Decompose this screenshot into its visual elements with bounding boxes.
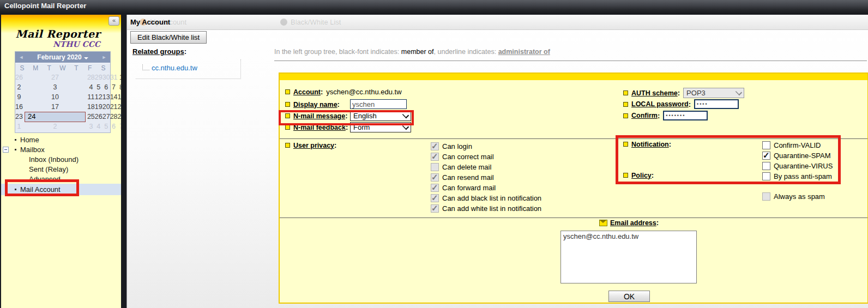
calendar-day[interactable]: 12 bbox=[95, 93, 103, 101]
checkbox-label: Can login bbox=[442, 142, 472, 150]
chevron-down-icon bbox=[84, 57, 88, 59]
calendar-day[interactable]: 1 bbox=[118, 73, 121, 82]
calendar-day[interactable]: 16 bbox=[15, 102, 23, 111]
sidebar-item-mailbox[interactable]: Mailbox bbox=[1, 144, 121, 154]
calendar-weekday-row: SMTWTFS bbox=[15, 63, 110, 73]
calendar-day[interactable]: 1 bbox=[15, 122, 23, 131]
calendar-day[interactable]: 19 bbox=[95, 102, 103, 111]
checkbox-row: Always as spam bbox=[762, 191, 825, 202]
sidebar-item-mail-account[interactable]: Mail Account bbox=[1, 184, 121, 195]
account-value: yschen@cc.nthu.edu.tw bbox=[326, 88, 401, 96]
field-bullet-icon bbox=[623, 173, 628, 178]
checkbox-row: By pass anti-spam bbox=[762, 171, 833, 182]
sidebar-item-home[interactable]: Home bbox=[1, 135, 121, 144]
calendar-day[interactable]: 4 bbox=[95, 122, 103, 131]
calendar-day-selected[interactable]: 24 bbox=[25, 112, 86, 122]
calendar-day[interactable]: 29 bbox=[118, 112, 121, 121]
checkbox-row: Can correct mail bbox=[431, 152, 541, 162]
bullet-icon bbox=[15, 149, 16, 150]
sidebar-item-sent-relay[interactable]: Sent (Relay) bbox=[1, 164, 121, 174]
calendar-day[interactable]: 31 bbox=[110, 73, 118, 82]
calendar-day[interactable]: 20 bbox=[103, 102, 110, 111]
calendar-next-icon[interactable]: ► bbox=[98, 55, 110, 60]
calendar-day[interactable]: 5 bbox=[95, 83, 103, 92]
checkbox-confirm-valid[interactable] bbox=[762, 141, 770, 149]
calendar-weekday-label: M bbox=[29, 64, 43, 72]
calendar-prev-icon[interactable]: ◄ bbox=[15, 55, 27, 60]
calendar-day[interactable]: 3 bbox=[87, 122, 95, 131]
form-panel-header-bar bbox=[280, 74, 867, 80]
nmail-feedback-label: N-mail feedback bbox=[293, 124, 346, 131]
checkbox-by-pass-anti-spam[interactable] bbox=[762, 172, 770, 180]
tab-black-white-list-ghost[interactable]: Black/White List bbox=[280, 18, 341, 26]
hint-member-of: member of bbox=[401, 48, 434, 56]
field-bullet-icon bbox=[285, 102, 290, 107]
calendar-weekday-label: S bbox=[15, 64, 29, 72]
collapse-minus-icon[interactable] bbox=[3, 147, 9, 153]
calendar-day[interactable]: 25 bbox=[87, 112, 95, 121]
ok-button[interactable]: OK bbox=[608, 291, 650, 302]
auth-scheme-select[interactable]: POP3 bbox=[683, 88, 744, 98]
calendar-day[interactable]: 11 bbox=[87, 93, 95, 101]
sidebar-item-advanced[interactable]: Advanced bbox=[1, 174, 121, 184]
group-link[interactable]: cc.nthu.edu.tw bbox=[152, 64, 197, 72]
calendar-month-selector[interactable]: February 2020 bbox=[27, 53, 98, 61]
calendar-day[interactable]: 13 bbox=[103, 93, 110, 101]
calendar-day[interactable]: 4 bbox=[87, 83, 95, 92]
display-name-input[interactable] bbox=[350, 99, 407, 109]
calendar-day[interactable]: 14 bbox=[110, 93, 118, 101]
calendar-day[interactable]: 9 bbox=[15, 93, 23, 101]
nmail-message-select[interactable]: English bbox=[350, 111, 411, 121]
calendar-day[interactable]: 23 bbox=[15, 112, 23, 121]
always-as-spam-row: Always as spam bbox=[762, 191, 825, 202]
calendar-day[interactable]: 7 bbox=[118, 122, 121, 131]
local-password-input[interactable]: •••• bbox=[694, 99, 739, 109]
calendar-day[interactable]: 26 bbox=[15, 73, 23, 82]
calendar-day[interactable]: 27 bbox=[103, 112, 110, 121]
checkbox-can-login bbox=[431, 142, 439, 150]
policy-row: Policy: bbox=[623, 171, 657, 179]
calendar-day[interactable]: 7 bbox=[110, 83, 118, 92]
checkbox-quarantine-spam[interactable] bbox=[762, 152, 770, 160]
checkbox-quarantine-virus[interactable] bbox=[762, 162, 770, 170]
calendar-day[interactable]: 26 bbox=[95, 112, 103, 121]
calendar-day[interactable]: 6 bbox=[103, 83, 110, 92]
email-address-label: Email address bbox=[610, 219, 656, 227]
bullet-icon bbox=[15, 189, 16, 190]
calendar-day[interactable]: 2 bbox=[15, 83, 23, 92]
calendar-day[interactable]: 15 bbox=[118, 93, 121, 101]
email-address-row: Email address: bbox=[599, 219, 662, 227]
app-logo-subtitle: NTHU CCC bbox=[53, 40, 100, 49]
calendar-day[interactable]: 3 bbox=[23, 83, 87, 92]
calendar-day[interactable]: 18 bbox=[87, 102, 95, 111]
calendar-day[interactable]: 5 bbox=[103, 122, 110, 131]
edit-black-white-list-button[interactable]: Edit Black/White list bbox=[130, 31, 207, 44]
main-panel: My Account Black/White List My Account E… bbox=[126, 15, 868, 308]
notification-label: Notification bbox=[631, 141, 669, 148]
calendar-day[interactable]: 30 bbox=[103, 73, 110, 82]
field-bullet-icon bbox=[623, 142, 628, 147]
calendar-day[interactable]: 2 bbox=[23, 122, 87, 131]
calendar-day[interactable]: 29 bbox=[95, 73, 103, 82]
user-privacy-label: User privacy bbox=[293, 142, 334, 149]
checkbox-row: Can login bbox=[431, 141, 541, 152]
confirm-password-input[interactable]: ••••••• bbox=[663, 111, 708, 120]
calendar-day[interactable]: 22 bbox=[118, 102, 121, 111]
email-address-textarea[interactable]: yschen@cc.nthu.edu.tw bbox=[560, 231, 697, 283]
calendar-day[interactable]: 6 bbox=[110, 122, 118, 131]
calendar-day[interactable]: 10 bbox=[23, 93, 87, 101]
calendar-day[interactable]: 28 bbox=[110, 112, 118, 121]
calendar-day[interactable]: 28 bbox=[87, 73, 95, 82]
selected-value: POP3 bbox=[686, 89, 706, 97]
sidebar-item-inbox-inbound[interactable]: Inbox (Inbound) bbox=[1, 154, 121, 164]
sidebar-collapse-button[interactable]: « bbox=[108, 16, 119, 26]
checkbox-label: Can add white list in notification bbox=[442, 204, 541, 213]
nmail-feedback-select[interactable]: Form bbox=[350, 122, 411, 132]
group-tree-item: cc.nthu.edu.tw bbox=[142, 64, 197, 72]
display-name-label: Display name bbox=[293, 101, 337, 108]
calendar-day[interactable]: 21 bbox=[110, 102, 118, 111]
calendar-day[interactable]: 17 bbox=[23, 102, 87, 111]
calendar-day[interactable]: 27 bbox=[23, 73, 87, 82]
calendar-day[interactable]: 8 bbox=[118, 83, 121, 92]
sidebar-item-label: Sent (Relay) bbox=[29, 165, 68, 173]
